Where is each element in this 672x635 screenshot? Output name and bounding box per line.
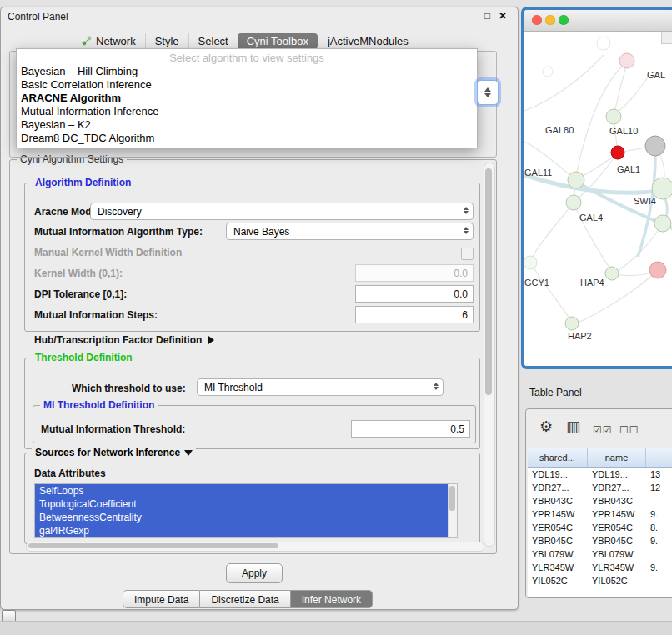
node[interactable] [543, 67, 553, 77]
list-item[interactable]: SelfLoops [35, 484, 457, 498]
cell: YBR043C [588, 494, 646, 508]
table-row[interactable]: YLR345W YLR345W 9. [528, 561, 672, 574]
tab-discretize-data[interactable]: Discretize Data [200, 590, 290, 608]
column-header-clipped[interactable] [646, 448, 672, 467]
node[interactable] [568, 172, 584, 188]
zoom-traffic-icon[interactable] [559, 15, 569, 25]
node[interactable] [524, 256, 537, 269]
node[interactable] [619, 53, 634, 68]
close-traffic-icon[interactable] [532, 15, 542, 25]
node[interactable] [566, 195, 581, 210]
collapse-down-icon [184, 450, 193, 456]
groupbox-title: Algorithm Definition [32, 177, 134, 188]
tab-impute-data[interactable]: Impute Data [123, 590, 200, 608]
minimize-icon[interactable]: □ [484, 10, 490, 22]
list-item[interactable]: BetweennessCentrality [35, 511, 457, 524]
close-icon[interactable]: ✕ [499, 10, 507, 22]
dropdown-item[interactable]: Basic Correlation Inference [17, 78, 477, 92]
node[interactable] [654, 215, 671, 232]
node[interactable] [645, 136, 665, 156]
cell: YDL19... [528, 468, 588, 481]
deselect-all-checkboxes-icon[interactable]: ☐☐ [619, 422, 639, 438]
status-bar [0, 621, 672, 635]
cell: YBL079W [588, 548, 646, 561]
mi-type-select[interactable]: Naive Bayes [226, 222, 474, 240]
manual-kernel-label: Manual Kernel Width Definition [34, 247, 182, 258]
network-canvas[interactable]: GAL GAL80 GAL10 GAL11 GAL1 SWI4 GAL4 GCY… [524, 32, 672, 367]
cell: YDR27... [588, 481, 646, 494]
node[interactable] [649, 262, 666, 278]
table-row[interactable]: YER054C YER054C 8. [528, 521, 672, 534]
node[interactable] [565, 317, 579, 330]
kernel-width-field[interactable] [355, 264, 474, 282]
tab-cyni-toolbox[interactable]: Cyni Toolbox [238, 33, 318, 49]
list-scrollbar[interactable] [448, 484, 457, 538]
mi-threshold-field[interactable] [351, 420, 470, 438]
cell: YDL19... [588, 468, 646, 481]
cell [646, 548, 672, 561]
table-panel-title: Table Panel [529, 387, 582, 398]
table-header-row: shared... name [528, 448, 672, 468]
tab-jactivemnodules[interactable]: jActiveMNodules [318, 33, 418, 49]
table-row[interactable]: YDR27... YDR27... 12 [528, 481, 672, 494]
dropdown-item[interactable]: Bayesian – K2 [17, 118, 477, 132]
algorithm-select-button[interactable] [477, 80, 499, 105]
node-selected-red[interactable] [611, 146, 624, 159]
table-row[interactable]: YIL052C YIL052C [528, 574, 672, 588]
scrollbar-thumb[interactable] [485, 168, 492, 395]
data-attributes-label: Data Attributes [34, 468, 106, 479]
manual-kernel-checkbox[interactable] [461, 248, 474, 260]
column-header-name[interactable]: name [588, 448, 646, 467]
node[interactable] [597, 37, 610, 50]
node-label: GAL80 [545, 125, 574, 135]
mi-steps-field[interactable] [355, 306, 474, 323]
cell: YER054C [588, 521, 646, 534]
mi-type-label: Mutual Information Algorithm Type: [34, 226, 203, 238]
table-row[interactable]: YBR045C YBR045C 9. [528, 534, 672, 548]
table-row[interactable]: YDL19... YDL19... 13 [528, 468, 672, 481]
table-row[interactable]: YBR043C YBR043C [528, 494, 672, 508]
gear-icon[interactable]: ⚙ [539, 419, 553, 434]
tab-network[interactable]: Network [73, 33, 145, 49]
node[interactable] [606, 109, 621, 124]
node-table: shared... name YDL19... YDL19... 13 YDR2… [528, 448, 672, 598]
cell: 9. [646, 508, 672, 521]
node-label: GAL [647, 70, 665, 80]
settings-vertical-scrollbar[interactable] [484, 162, 495, 547]
list-item[interactable]: TopologicalCoefficient [35, 498, 457, 511]
tab-style[interactable]: Style [145, 33, 188, 49]
dropdown-item[interactable]: Bayesian – Hill Climbing [17, 65, 477, 78]
tab-label: jActiveMNodules [328, 35, 409, 48]
scrollbar-thumb[interactable] [28, 543, 278, 548]
column-header-shared-name[interactable]: shared... [528, 448, 588, 467]
node[interactable] [605, 267, 619, 280]
tab-select[interactable]: Select [188, 33, 238, 49]
tab-label: Cyni Toolbox [247, 35, 308, 48]
table-row[interactable]: YPR145W YPR145W 9. [528, 508, 672, 521]
bottom-tab-bar: Impute Data Discretize Data Infer Networ… [123, 590, 373, 608]
aracne-mode-select[interactable]: Discovery [90, 202, 474, 220]
dropdown-item-selected[interactable]: ARACNE Algorithm [17, 92, 477, 105]
settings-horizontal-scrollbar[interactable] [26, 542, 484, 552]
dpi-tolerance-field[interactable] [355, 285, 474, 302]
mi-threshold-label: Mutual Information Threshold: [41, 423, 185, 435]
select-all-checkboxes-icon[interactable]: ☑☑ [593, 422, 613, 438]
groupbox-title: MI Threshold Definition [40, 399, 158, 411]
sources-toggle[interactable]: Sources for Network Inference [32, 447, 196, 458]
scrollbar-thumb[interactable] [449, 486, 455, 511]
table-row[interactable]: YBL079W YBL079W [528, 548, 672, 561]
tab-label: Network [96, 35, 136, 48]
columns-icon[interactable]: ▥ [566, 419, 580, 434]
network-window-titlebar[interactable] [524, 10, 672, 32]
tab-infer-network[interactable]: Infer Network [291, 590, 373, 608]
apply-button[interactable]: Apply [226, 563, 283, 583]
cell: YDR27... [528, 481, 588, 494]
panel-tab-bar: Network Style Select Cyni Toolbox jActiv… [73, 32, 418, 50]
which-threshold-select[interactable]: MI Threshold [197, 378, 444, 396]
minimize-traffic-icon[interactable] [545, 15, 555, 25]
dropdown-item[interactable]: Mutual Information Inference [17, 105, 477, 118]
cell [646, 494, 672, 508]
dropdown-item[interactable]: Dream8 DC_TDC Algorithm [17, 132, 477, 145]
list-item[interactable]: gal4RGexp [35, 524, 457, 538]
hub-definition-toggle[interactable]: Hub/Transcription Factor Definition [34, 334, 214, 346]
